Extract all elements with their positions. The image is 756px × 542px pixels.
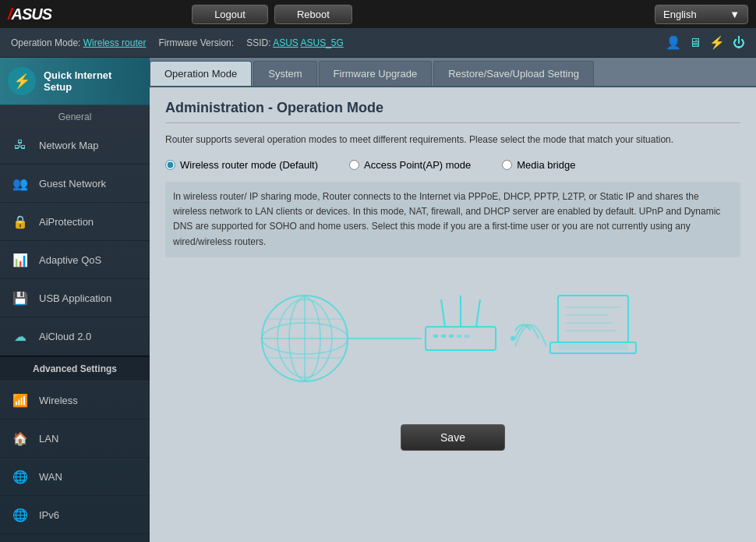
sidebar-item-label: IPv6 bbox=[39, 509, 59, 521]
top-bar: /ASUS Logout Reboot English ▼ bbox=[0, 0, 756, 28]
wireless-icon: 📶 bbox=[9, 389, 31, 411]
logout-button[interactable]: Logout bbox=[192, 5, 268, 24]
svg-rect-19 bbox=[558, 296, 628, 342]
radio-access-point[interactable]: Access Point(AP) mode bbox=[349, 159, 471, 171]
adaptive-qos-icon: 📊 bbox=[9, 249, 31, 271]
firmware-version-text: Firmware Version: bbox=[158, 37, 234, 48]
sidebar-item-network-map[interactable]: 🖧 Network Map bbox=[0, 126, 150, 165]
user-icon[interactable]: 👤 bbox=[666, 35, 681, 50]
sidebar-item-label: Guest Network bbox=[39, 178, 106, 190]
operation-mode-link[interactable]: Wireless router bbox=[83, 37, 147, 48]
sidebar: ⚡ Quick InternetSetup General 🖧 Network … bbox=[0, 58, 150, 542]
tab-restore-save[interactable]: Restore/Save/Upload Setting bbox=[433, 61, 594, 86]
svg-point-18 bbox=[510, 336, 515, 341]
radio-access-point-label: Access Point(AP) mode bbox=[364, 159, 471, 171]
sidebar-item-label: WAN bbox=[39, 471, 62, 483]
svg-rect-14 bbox=[441, 335, 446, 338]
sidebar-item-label: LAN bbox=[39, 433, 58, 445]
radio-media-bridge-label: Media bridge bbox=[517, 159, 575, 171]
reboot-button[interactable]: Reboot bbox=[274, 5, 352, 24]
network-diagram-area bbox=[165, 268, 740, 416]
svg-rect-16 bbox=[457, 335, 461, 338]
wan-icon: 🌐 bbox=[9, 466, 31, 487]
usb-icon[interactable]: ⚡ bbox=[709, 35, 725, 50]
sidebar-item-label: AiProtection bbox=[39, 216, 94, 228]
sidebar-item-quick-setup[interactable]: ⚡ Quick InternetSetup bbox=[0, 58, 150, 105]
svg-rect-15 bbox=[449, 335, 454, 338]
sidebar-item-label: USB Application bbox=[39, 292, 111, 304]
content-area: Operation Mode System Firmware Upgrade R… bbox=[150, 58, 756, 542]
info-bar-icons: 👤 🖥 ⚡ ⏻ bbox=[666, 35, 745, 50]
svg-rect-17 bbox=[465, 335, 469, 338]
sidebar-item-usb-application[interactable]: 💾 USB Application bbox=[0, 279, 150, 317]
tab-bar: Operation Mode System Firmware Upgrade R… bbox=[150, 58, 756, 87]
lan-icon: 🏠 bbox=[9, 427, 31, 449]
top-bar-buttons: Logout Reboot bbox=[192, 5, 655, 24]
ssid-text: SSID: ASUS ASUS_5G bbox=[246, 37, 344, 48]
quick-setup-icon: ⚡ bbox=[8, 67, 36, 95]
radio-media-bridge-input[interactable] bbox=[502, 160, 512, 170]
language-label: English bbox=[663, 9, 697, 20]
svg-line-10 bbox=[441, 299, 445, 327]
radio-access-point-input[interactable] bbox=[349, 160, 359, 170]
sidebar-item-label: Wireless bbox=[39, 395, 78, 406]
main-layout: ⚡ Quick InternetSetup General 🖧 Network … bbox=[0, 58, 756, 542]
page-description: Router supports several operation modes … bbox=[165, 133, 740, 147]
network-map-icon: 🖧 bbox=[9, 134, 31, 156]
svg-rect-13 bbox=[433, 335, 438, 338]
save-button[interactable]: Save bbox=[401, 424, 505, 451]
radio-wireless-router[interactable]: Wireless router mode (Default) bbox=[165, 159, 318, 171]
sidebar-item-wireless[interactable]: 📶 Wireless bbox=[0, 381, 150, 420]
save-row: Save bbox=[165, 416, 740, 459]
sidebar-item-ipv6[interactable]: 🌐 IPv6 bbox=[0, 496, 150, 534]
radio-options: Wireless router mode (Default) Access Po… bbox=[165, 159, 740, 171]
language-selector[interactable]: English ▼ bbox=[655, 5, 748, 24]
sidebar-item-aicloud[interactable]: ☁ AiCloud 2.0 bbox=[0, 317, 150, 356]
svg-rect-9 bbox=[426, 327, 496, 350]
info-bar: Operation Mode: Wireless router Firmware… bbox=[0, 28, 756, 58]
sidebar-item-label: Network Map bbox=[39, 140, 99, 151]
radio-wireless-router-input[interactable] bbox=[165, 160, 175, 170]
page-content: Administration - Operation Mode Router s… bbox=[150, 87, 756, 542]
operation-mode-text: Operation Mode: Wireless router bbox=[11, 37, 146, 48]
sidebar-item-wan[interactable]: 🌐 WAN bbox=[0, 458, 150, 496]
aicloud-icon: ☁ bbox=[9, 325, 31, 347]
sidebar-item-label: AiCloud 2.0 bbox=[39, 331, 91, 342]
network-icon[interactable]: 🖥 bbox=[689, 36, 701, 50]
sidebar-item-adaptive-qos[interactable]: 📊 Adaptive QoS bbox=[0, 241, 150, 279]
mode-description: In wireless router/ IP sharing mode, Rou… bbox=[165, 182, 740, 257]
page-title: Administration - Operation Mode bbox=[165, 100, 740, 123]
svg-rect-25 bbox=[558, 344, 628, 350]
general-section-label: General bbox=[0, 105, 150, 126]
sidebar-item-aiprotection[interactable]: 🔒 AiProtection bbox=[0, 203, 150, 241]
sidebar-item-lan[interactable]: 🏠 LAN bbox=[0, 420, 150, 458]
tab-firmware-upgrade[interactable]: Firmware Upgrade bbox=[319, 61, 433, 86]
radio-wireless-router-label: Wireless router mode (Default) bbox=[180, 159, 318, 171]
power-icon[interactable]: ⏻ bbox=[733, 36, 745, 50]
ssid-link[interactable]: ASUS bbox=[273, 37, 299, 48]
tab-operation-mode[interactable]: Operation Mode bbox=[150, 61, 252, 86]
chevron-down-icon: ▼ bbox=[730, 9, 740, 20]
radio-media-bridge[interactable]: Media bridge bbox=[502, 159, 575, 171]
ipv6-icon: 🌐 bbox=[9, 504, 31, 526]
quick-setup-label: Quick InternetSetup bbox=[44, 69, 111, 93]
network-diagram bbox=[250, 276, 655, 401]
sidebar-item-label: Adaptive QoS bbox=[39, 254, 101, 266]
advanced-settings-label: Advanced Settings bbox=[0, 356, 150, 381]
asus-logo: /ASUS bbox=[8, 5, 51, 23]
usb-application-icon: 💾 bbox=[9, 287, 31, 309]
guest-network-icon: 👥 bbox=[9, 172, 31, 194]
aiprotection-icon: 🔒 bbox=[9, 211, 31, 232]
svg-line-12 bbox=[476, 299, 480, 327]
tab-system[interactable]: System bbox=[253, 61, 316, 86]
ssid-5g-link[interactable]: ASUS_5G bbox=[301, 37, 344, 48]
sidebar-item-guest-network[interactable]: 👥 Guest Network bbox=[0, 165, 150, 203]
